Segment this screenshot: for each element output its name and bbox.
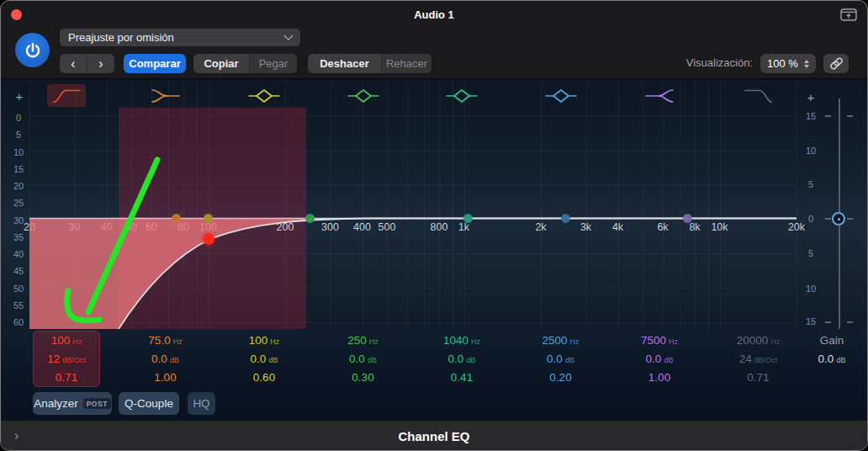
band-bell-4-control-point[interactable] (561, 214, 570, 223)
paste-button[interactable]: Pegar (249, 54, 297, 73)
band-bell-2-gain-field[interactable]: 0.0dB (315, 350, 411, 369)
band-bell-3-freq-field[interactable]: 1040Hz (414, 332, 510, 350)
freq-tick-label: 800 (431, 221, 448, 233)
gain-slider-knob[interactable] (832, 212, 845, 226)
vertical-gridline (695, 82, 696, 329)
band-bell-4-q-field[interactable]: 0.20 (513, 369, 609, 387)
band-bell-1-freq-field[interactable]: 100Hz (216, 332, 312, 350)
left-scale-label: 25 (8, 197, 29, 209)
band-high-shelf-freq-field[interactable]: 7500Hz (611, 332, 707, 350)
title-bar: Audio 1 (1, 1, 867, 29)
band-high-shelf-control-point[interactable] (683, 214, 692, 223)
band-high-pass-freq-field[interactable]: 100Hz (19, 332, 114, 350)
band-high-pass-control-point[interactable] (203, 233, 214, 245)
band-low-shelf-gain-field[interactable]: 0.0dB (118, 350, 214, 369)
vertical-gridline (708, 82, 709, 329)
band-low-pass-gain-field: 24dB/Oct (711, 350, 807, 369)
undo-button[interactable]: Deshacer (308, 54, 381, 73)
band-bell-4-freq-field[interactable]: 2500Hz (513, 332, 609, 350)
undo-redo-group: Deshacer Rehacer (308, 54, 431, 73)
band-low-shelf-freq-field[interactable]: 75.0Hz (118, 332, 214, 350)
redo-button[interactable]: Rehacer (381, 54, 431, 73)
compare-button[interactable]: Comparar (124, 54, 186, 73)
freq-tick-label: 1k (458, 221, 469, 233)
right-scale-label: 10 (800, 145, 822, 157)
previous-preset-button[interactable]: ‹ (60, 54, 87, 73)
band-bell-2-readout: 250Hz0.0dB0.30 (315, 332, 411, 387)
hq-button[interactable]: HQ (188, 392, 215, 415)
band-high-pass-gain-field[interactable]: 12dB/Oct (19, 350, 114, 369)
stepper-chevrons-icon[interactable] (804, 60, 809, 68)
vertical-gridline (387, 82, 388, 329)
band-bell-3-q-field[interactable]: 0.41 (414, 369, 510, 387)
band-bell-4-gain-field[interactable]: 0.0dB (513, 350, 609, 369)
analyzer-button[interactable]: Analyzer POST (33, 392, 112, 415)
left-scale-zoom-in-button[interactable]: + (13, 89, 26, 103)
band-high-pass-icon[interactable] (47, 84, 86, 107)
preset-nav-group: ‹ › (60, 54, 114, 73)
band-high-shelf-icon[interactable] (640, 84, 679, 107)
copy-button[interactable]: Copiar (193, 54, 249, 73)
open-in-window-icon[interactable] (840, 8, 857, 21)
band-low-shelf-q-field[interactable]: 1.00 (118, 369, 214, 387)
link-icon (829, 56, 844, 71)
band-high-pass-q-field[interactable]: 0.71 (19, 369, 114, 387)
band-low-shelf-control-point[interactable] (172, 214, 181, 223)
view-scale-stepper[interactable]: 100 % (760, 54, 816, 73)
vertical-gridline (720, 82, 721, 329)
band-low-pass-readout: 20000Hz24dB/Oct0.71 (711, 332, 807, 387)
analyzer-mode-badge[interactable]: POST (83, 398, 111, 409)
freq-tick-label: 6k (657, 221, 668, 233)
freq-tick-label: 4k (612, 221, 623, 233)
freq-tick-label: 8k (689, 221, 700, 233)
plugin-window: Audio 1 Preajuste por omisión ‹ › Compar… (0, 0, 868, 451)
band-bell-2-control-point[interactable] (305, 214, 315, 223)
band-bell-2-freq-field[interactable]: 250Hz (315, 332, 411, 350)
right-scale-label: 15 (800, 110, 822, 122)
gain-label: Gain (802, 332, 862, 350)
vertical-gridline (107, 82, 108, 329)
band-high-shelf-gain-field[interactable]: 0.0dB (611, 350, 707, 369)
band-high-shelf-q-field[interactable]: 1.00 (611, 369, 707, 387)
right-scale-label: 5 (800, 178, 822, 190)
vertical-gridline (29, 82, 30, 329)
band-bell-3-icon[interactable] (442, 84, 481, 107)
freq-tick-label: 2k (535, 221, 546, 233)
freq-tick-label: 100 (199, 221, 217, 233)
freq-tick-label: 400 (353, 221, 371, 233)
vertical-gridline (453, 82, 453, 329)
band-bell-2-q-field[interactable]: 0.30 (315, 369, 411, 387)
disclosure-chevron-icon[interactable]: › (14, 421, 19, 451)
master-gain-readout: Gain 0.0dB (802, 332, 862, 369)
band-low-shelf-icon[interactable] (146, 84, 185, 107)
band-bell-4-icon[interactable] (542, 84, 580, 107)
vertical-gridline (464, 82, 465, 329)
band-bell-2-icon[interactable] (344, 84, 383, 107)
vertical-gridline (407, 82, 408, 329)
band-bell-1-gain-field[interactable]: 0.0dB (216, 350, 312, 369)
left-scale-label: 40 (8, 248, 29, 260)
plugin-power-button[interactable] (15, 33, 50, 67)
band-bell-1-icon[interactable] (245, 84, 283, 107)
view-scale-label: Visualización: (657, 56, 753, 69)
vertical-gridline (797, 82, 797, 329)
right-scale-zoom-in-button[interactable]: + (804, 90, 818, 104)
freq-tick-label: 200 (277, 221, 294, 233)
q-couple-button[interactable]: Q-Couple (119, 392, 179, 415)
link-button[interactable] (823, 54, 849, 73)
left-scale-label: 55 (8, 300, 29, 311)
vertical-gridline (424, 82, 425, 329)
band-high-pass-readout: 100Hz12dB/Oct0.71 (19, 332, 114, 387)
band-low-pass-icon[interactable] (739, 84, 778, 107)
band-bell-3-gain-field[interactable]: 0.0dB (414, 350, 510, 369)
vertical-gridline (541, 82, 542, 329)
band-bell-1-q-field[interactable]: 0.60 (216, 369, 312, 387)
freq-tick-label: 80 (177, 221, 189, 233)
band-bell-1-control-point[interactable] (204, 214, 213, 223)
gain-value-field[interactable]: 0.0dB (802, 350, 862, 369)
next-preset-button[interactable]: › (87, 54, 114, 73)
chevron-down-icon (283, 30, 293, 40)
power-icon (24, 41, 42, 60)
freq-tick-label: 30 (69, 221, 81, 233)
preset-dropdown[interactable]: Preajuste por omisión (60, 29, 300, 46)
